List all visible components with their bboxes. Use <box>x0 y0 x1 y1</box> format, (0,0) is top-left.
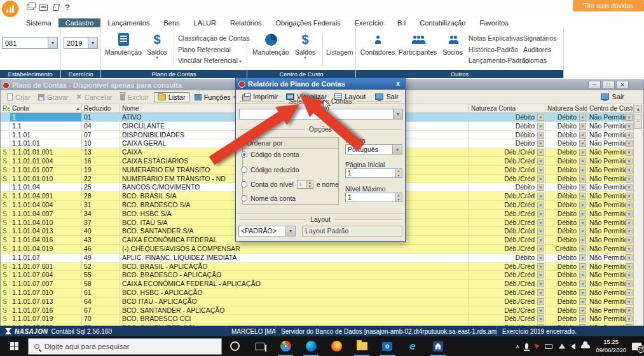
dropdown-button[interactable]: ▾ <box>579 271 586 278</box>
dropdown-button[interactable]: ▾ <box>579 132 586 139</box>
dropdown-button[interactable]: ▾ <box>626 289 633 296</box>
dropdown-button[interactable]: ▾ <box>579 315 586 322</box>
dropdown-button[interactable]: ▾ <box>579 210 586 217</box>
chevron-down-icon[interactable]: ▾ <box>285 226 295 236</box>
chevron-down-icon[interactable]: ▾ <box>393 109 402 119</box>
dropdown-button[interactable]: ▾ <box>537 210 544 217</box>
dropdown-button[interactable]: ▾ <box>579 289 586 296</box>
dropdown-button[interactable]: ▾ <box>537 254 544 261</box>
dropdown-button[interactable]: ▾ <box>537 289 544 296</box>
link-classificacao-de-contas[interactable]: Classificação de Contas <box>178 33 250 44</box>
dropdown-button[interactable]: ▾ <box>537 140 544 147</box>
radio-codigo-da-conta[interactable]: Código da conta <box>241 151 299 158</box>
dropdown-button[interactable]: ▾ <box>579 193 586 200</box>
funcoes-button[interactable]: Funções ▾ <box>191 92 240 102</box>
spin-down-icon[interactable]: ▼ <box>395 174 402 178</box>
dropdown-button[interactable]: ▾ <box>579 149 586 156</box>
menu-tab-relat-rios[interactable]: Relatórios <box>223 18 269 27</box>
dropdown-button[interactable]: ▾ <box>626 184 633 191</box>
pointer-device-icon[interactable] <box>534 344 539 349</box>
dropdown-button[interactable]: ▾ <box>537 175 544 182</box>
dropdown-button[interactable]: ▾ <box>579 140 586 147</box>
dropdown-button[interactable]: ▾ <box>537 193 544 200</box>
table-row[interactable]: S1.1.01.07.01364BCO ITAÚ - APLICAÇÃODéb.… <box>1 298 634 306</box>
dropdown-button[interactable]: ▾ <box>579 307 586 314</box>
dropdown-button[interactable]: ▾ <box>626 132 633 139</box>
scroll-up-icon[interactable]: ▲ <box>634 105 642 113</box>
table-row[interactable]: S1.1.01.07.00152BCO. BRASIL - APLICAÇÃOD… <box>1 263 634 271</box>
dropdown-button[interactable]: ▾ <box>626 140 633 147</box>
column-conta[interactable]: Conta▲ <box>10 104 82 113</box>
dropdown-button[interactable]: ▾ <box>626 114 633 121</box>
dropdown-button[interactable]: ▾ <box>579 184 586 191</box>
search-input[interactable]: Digite aqui para pesquisar <box>28 338 222 355</box>
dropdown-button[interactable]: ▾ <box>537 298 544 305</box>
radio-icon[interactable] <box>241 167 247 173</box>
menu-tab-sistema[interactable]: Sistema <box>19 18 58 27</box>
pagina-inicial-input[interactable]: 1 ▲▼ <box>345 168 402 178</box>
volume-icon[interactable] <box>571 343 575 350</box>
wifi-icon[interactable] <box>558 344 565 349</box>
dropdown-button[interactable]: ▾ <box>537 123 544 130</box>
start-button[interactable] <box>0 336 28 356</box>
nivel-maximo-input[interactable]: 1 ▲▼ <box>345 193 402 202</box>
select-accounts-combo[interactable]: ▾ <box>239 109 403 120</box>
column-natureza-saldo[interactable]: Natureza Saldo <box>545 104 587 113</box>
nivel-spinner[interactable]: 1 ▲▼ <box>297 180 313 189</box>
centro-manutencao-button[interactable]: Manutenção <box>252 31 289 56</box>
dropdown-button[interactable]: ▾ <box>626 149 633 156</box>
dropdown-button[interactable]: ▾ <box>626 228 633 235</box>
dropdown-button[interactable]: ▾ <box>537 245 544 252</box>
dropdown-button[interactable]: ▾ <box>537 324 544 325</box>
dropdown-button[interactable]: ▾ <box>626 307 633 314</box>
spin-down-icon[interactable]: ▼ <box>306 184 313 188</box>
task-view-button[interactable] <box>247 336 273 356</box>
menu-tab-lan-amentos[interactable]: Lançamentos <box>100 18 156 27</box>
dropdown-button[interactable]: ▾ <box>579 123 586 130</box>
dropdown-button[interactable]: ▾ <box>537 263 544 270</box>
chevron-down-icon[interactable]: ▾ <box>88 38 97 48</box>
menu-tab-contabiliza-o[interactable]: Contabilização <box>413 18 472 27</box>
help-banner-button[interactable]: Tire suas dúvidas <box>573 0 644 11</box>
chevron-down-icon[interactable]: ▾ <box>392 145 402 154</box>
layout-combo[interactable]: <PADRÃO> ▾ <box>238 226 296 236</box>
dropdown-button[interactable]: ▾ <box>626 202 633 209</box>
dropdown-button[interactable]: ▾ <box>579 236 586 243</box>
centro-saldos-button[interactable]: $ Saldos ▾ <box>292 31 319 60</box>
dropdown-button[interactable]: ▾ <box>626 210 633 217</box>
link-idiomas[interactable]: Idiomas <box>523 55 557 67</box>
radio-icon[interactable] <box>241 181 247 188</box>
column-centro-de-custo[interactable]: Centro de Custo <box>587 104 634 113</box>
menu-tab-favoritos[interactable]: Favoritos <box>472 18 515 27</box>
participantes-button[interactable]: Participantes <box>398 31 437 56</box>
table-row[interactable]: S1.1.01.07.01667BCO. SANTANDER - APLICAÇ… <box>1 306 634 315</box>
cancelar-button[interactable]: ✕Cancelar <box>72 92 116 102</box>
nasajon-app-button[interactable] <box>425 336 451 356</box>
link-auditores[interactable]: Auditores <box>523 44 557 56</box>
dropdown-button[interactable]: ▾ <box>626 193 633 200</box>
dropdown-button[interactable]: ▾ <box>537 271 544 278</box>
close-button[interactable]: ✕ <box>616 81 629 89</box>
dropdown-button[interactable]: ▾ <box>537 315 544 322</box>
dropdown-button[interactable]: ▾ <box>626 175 633 182</box>
contadores-button[interactable]: Contadores <box>359 31 396 56</box>
idioma-combo[interactable]: Português ▾ <box>345 144 402 154</box>
window-sair-button[interactable]: Sair <box>597 92 628 102</box>
dropdown-button[interactable]: ▾ <box>579 263 586 270</box>
dropdown-button[interactable]: ▾ <box>537 307 544 314</box>
table-row[interactable]: S1.1.01.07.00455BCO. BRADESCO - APLICAÇÃ… <box>1 271 634 280</box>
dropdown-button[interactable]: ▾ <box>579 114 586 121</box>
menu-tab-obriga-es-federais[interactable]: Obrigações Federais <box>269 18 348 27</box>
dropdown-button[interactable]: ▾ <box>579 324 586 325</box>
column-reduzido[interactable]: Reduzido <box>82 104 120 113</box>
menu-tab-exerc-cio[interactable]: Exercício <box>348 18 390 27</box>
table-row[interactable]: 1.1.01.0749APLIC. FINANC. LÍQUIDEZ IMEDI… <box>1 254 634 263</box>
dropdown-button[interactable]: ▾ <box>579 167 586 174</box>
link-plano-referencial[interactable]: Plano Referencial <box>178 44 250 56</box>
onedrive-icon[interactable] <box>581 344 590 348</box>
menu-tab-bens[interactable]: Bens <box>156 18 186 27</box>
tray-expand-icon[interactable]: ∧ <box>516 343 520 350</box>
dropdown-button[interactable]: ▾ <box>626 123 633 130</box>
cortana-button[interactable] <box>222 336 247 356</box>
internet-explorer-button[interactable]: e <box>400 336 425 356</box>
